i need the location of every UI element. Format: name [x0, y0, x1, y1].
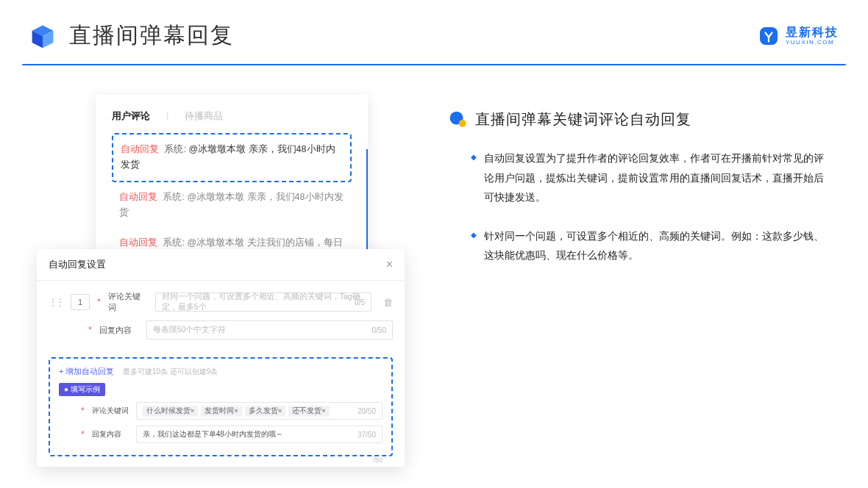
reply-label: 回复内容 [99, 325, 139, 336]
required-marker: * [81, 406, 85, 416]
page-header: 直播间弹幕回复 昱新科技 YUUXIN.COM [0, 0, 868, 51]
drag-handle-icon[interactable]: ⋮⋮ [49, 297, 63, 307]
auto-reply-row-highlighted: 自动回复 系统: @冰墩墩本墩 亲亲，我们48小时内发货 [112, 133, 352, 182]
keyword-chip[interactable]: 还不发货× [288, 406, 330, 417]
tab-user-comments[interactable]: 用户评论 [112, 110, 150, 123]
system-label: 系统: [163, 192, 184, 202]
add-hint: 最多可建10条 还可以创建9条 [123, 367, 218, 376]
reply-row-form: * 回复内容 每条限50个中文字符 0/50 [49, 320, 393, 340]
example-badge: ● 填写示例 [59, 383, 105, 396]
keyword-row: ⋮⋮ 1 * 评论关键词 对同一个问题，可设置多个相近、高频的关键词，Tag确定… [49, 291, 393, 313]
example-reply-counter: 37/50 [357, 431, 376, 439]
settings-title: 自动回复设置 [49, 258, 106, 271]
reply-placeholder: 每条限50个中文字符 [153, 325, 227, 335]
keyword-placeholder: 对同一个问题，可设置多个相近、高频的关键词，Tag确定，最多5个 [162, 292, 365, 312]
description-column: 直播间弹幕关键词评论自动回复 自动回复设置为了提升作者的评论回复效率，作者可在开… [449, 95, 831, 284]
example-keyword-label: 评论关键词 [92, 406, 129, 416]
tab-divider: | [166, 110, 168, 123]
example-reply-label: 回复内容 [92, 429, 129, 439]
keyword-label: 评论关键词 [108, 291, 148, 313]
required-marker: * [81, 429, 85, 439]
brand-logo-icon [758, 25, 780, 47]
section-heading: 直播间弹幕关键词评论自动回复 [449, 110, 831, 129]
section-title: 直播间弹幕关键词评论自动回复 [475, 110, 691, 129]
bullet-list: 自动回复设置为了提升作者的评论回复效率，作者可在开播前针对常见的评论用户问题，提… [449, 148, 831, 265]
add-auto-reply-link[interactable]: + 增加自动回复 [59, 367, 114, 376]
settings-header: 自动回复设置 × [37, 249, 405, 281]
system-label: 系统: [164, 144, 185, 154]
delete-icon[interactable]: 🗑 [383, 297, 393, 308]
brand-name-en: YUUXIN.COM [786, 40, 839, 46]
example-keyword-counter: 20/50 [357, 407, 376, 415]
screenshots-column: 用户评论 | 待播商品 自动回复 系统: @冰墩墩本墩 亲亲，我们48小时内发货… [37, 95, 405, 284]
example-reply-input[interactable]: 亲，我们这边都是下单48小时内发货的哦～ 37/50 [136, 426, 383, 443]
tabs: 用户评论 | 待播商品 [112, 110, 352, 123]
page-title: 直播间弹幕回复 [69, 21, 234, 51]
tab-pending-products[interactable]: 待播商品 [185, 110, 223, 123]
keyword-chip[interactable]: 多久发货× [245, 406, 286, 417]
keyword-chip[interactable]: 发货时间× [201, 406, 242, 417]
auto-reply-tag: 自动回复 [121, 144, 159, 154]
system-label: 系统: [163, 237, 184, 248]
auto-reply-settings-panel: 自动回复设置 × ⋮⋮ 1 * 评论关键词 对同一个问题，可设置多个相近、高频的… [37, 249, 405, 467]
keyword-chip[interactable]: 什么时候发货× [143, 406, 199, 417]
required-marker: * [97, 297, 101, 307]
example-block: + 增加自动回复 最多可建10条 还可以创建9条 ● 填写示例 * 评论关键词 … [49, 357, 393, 456]
required-marker: * [88, 325, 92, 335]
order-number: 1 [71, 294, 90, 310]
bottom-counter: /50 [373, 456, 383, 464]
reply-counter: 0/50 [372, 326, 386, 334]
example-reply-value: 亲，我们这边都是下单48小时内发货的哦～ [143, 429, 283, 439]
brand-name-cn: 昱新科技 [786, 26, 839, 38]
bullet-item: 针对同一个问题，可设置多个相近的、高频的关键词。例如：这款多少钱、这块能优惠吗、… [471, 226, 831, 265]
close-icon[interactable]: × [386, 258, 393, 271]
keyword-counter: 0/5 [355, 298, 365, 306]
auto-reply-tag: 自动回复 [119, 192, 157, 202]
reply-input[interactable]: 每条限50个中文字符 0/50 [146, 320, 393, 340]
bullet-item: 自动回复设置为了提升作者的评论回复效率，作者可在开播前针对常见的评论用户问题，提… [471, 148, 831, 207]
brand: 昱新科技 YUUXIN.COM [758, 25, 839, 47]
auto-reply-row: 自动回复 系统: @冰墩墩本墩 亲亲，我们48小时内发货 [112, 182, 352, 229]
example-keyword-input[interactable]: 什么时候发货× 发货时间× 多久发货× 还不发货× 20/50 [136, 402, 383, 420]
auto-reply-tag: 自动回复 [119, 237, 157, 248]
cube-icon [29, 23, 56, 49]
chat-bubble-icon [449, 110, 468, 129]
svg-point-5 [459, 120, 466, 127]
keyword-input[interactable]: 对同一个问题，可设置多个相近、高频的关键词，Tag确定，最多5个 0/5 [155, 293, 371, 312]
